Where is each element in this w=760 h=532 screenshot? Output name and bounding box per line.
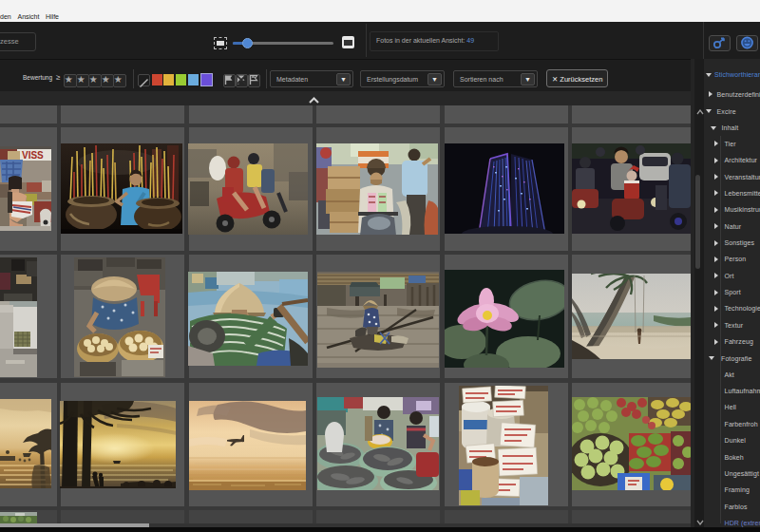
svg-text:VISS: VISS <box>22 150 44 161</box>
